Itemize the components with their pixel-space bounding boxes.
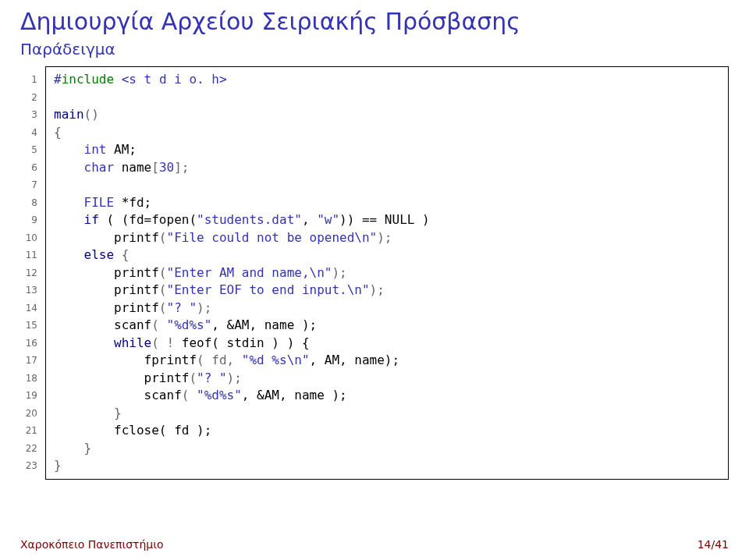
- code-line: }: [54, 440, 720, 458]
- lineno: 11: [26, 246, 37, 264]
- slide-subtitle: Παράδειγμα: [20, 40, 729, 58]
- lineno: 2: [31, 89, 37, 107]
- lineno: 6: [31, 159, 37, 177]
- code-line: fprintf( fd, "%d %s\n", AM, name);: [54, 352, 720, 370]
- footer-left: Χαροκόπειο Πανεπιστήμιο: [20, 538, 164, 551]
- footer-page: 14/41: [698, 538, 729, 551]
- lineno: 8: [31, 194, 37, 212]
- code-line: }: [54, 457, 720, 475]
- lineno: 14: [26, 299, 37, 317]
- code-box: #include <s t d i o. h> main(){ int AM; …: [45, 66, 729, 480]
- lineno: 4: [31, 124, 37, 142]
- lineno: 20: [26, 405, 37, 423]
- lineno: 9: [31, 211, 37, 229]
- lineno: 22: [26, 440, 37, 458]
- code-line: printf("? ");: [54, 299, 720, 317]
- code-line: int AM;: [54, 141, 720, 159]
- code-line: printf("Enter EOF to end input.\n");: [54, 282, 720, 299]
- lineno: 16: [26, 335, 37, 353]
- lineno: 7: [31, 176, 37, 194]
- lineno: 1: [31, 71, 37, 89]
- lineno: 17: [26, 352, 37, 370]
- line-numbers: 1 2 3 4 5 6 7 8 9 10 11 12 13 14 15 16 1…: [20, 66, 37, 480]
- code-line: while( ! feof( stdin ) ) {: [54, 335, 720, 353]
- code-line: main(): [54, 106, 720, 124]
- lineno: 10: [26, 229, 37, 247]
- footer: Χαροκόπειο Πανεπιστήμιο 14/41: [20, 538, 729, 551]
- lineno: 13: [26, 282, 37, 299]
- code-area: 1 2 3 4 5 6 7 8 9 10 11 12 13 14 15 16 1…: [20, 66, 729, 480]
- lineno: 18: [26, 370, 37, 388]
- lineno: 21: [26, 422, 37, 440]
- lineno: 19: [26, 387, 37, 405]
- code-line: [54, 176, 720, 194]
- code-line: }: [54, 405, 720, 423]
- code-line: else {: [54, 246, 720, 264]
- code-line: if ( (fd=fopen("students.dat", "w")) == …: [54, 211, 720, 229]
- code-line: {: [54, 124, 720, 142]
- lineno: 12: [26, 264, 37, 282]
- code-line: scanf( "%d%s", &AM, name );: [54, 387, 720, 405]
- lineno: 15: [26, 317, 37, 335]
- code-line: [54, 89, 720, 107]
- code-line: scanf( "%d%s", &AM, name );: [54, 317, 720, 335]
- code-line: fclose( fd );: [54, 422, 720, 440]
- code-line: printf("Enter AM and name,\n");: [54, 264, 720, 282]
- code-line: FILE *fd;: [54, 194, 720, 212]
- code-line: printf("File could not be opened\n");: [54, 229, 720, 247]
- slide-title: Δημιουργία Αρχείου Σειριακής Πρόσβασης: [20, 8, 729, 35]
- lineno: 23: [26, 457, 37, 475]
- code-line: char name[30];: [54, 159, 720, 177]
- lineno: 3: [31, 106, 37, 124]
- code-line: #include <s t d i o. h>: [54, 71, 720, 89]
- lineno: 5: [31, 141, 37, 159]
- code-line: printf("? ");: [54, 370, 720, 388]
